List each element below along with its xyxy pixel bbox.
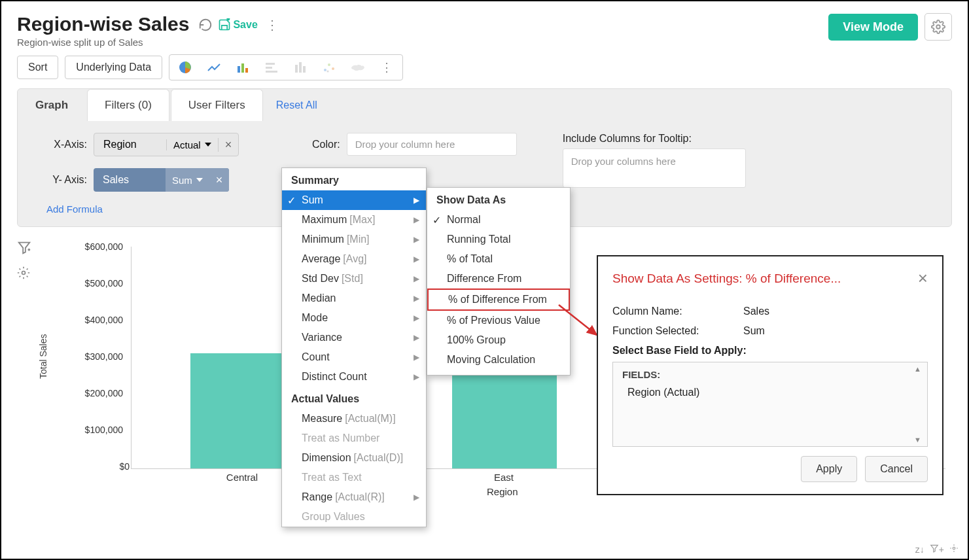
sort-button[interactable]: Sort (17, 56, 58, 79)
y-axis-pill[interactable]: Sales Sum × (94, 168, 229, 192)
chevron-down-icon (205, 143, 211, 147)
svg-rect-7 (266, 67, 272, 69)
y-pill-remove-icon[interactable]: × (209, 168, 230, 192)
settings-button[interactable] (925, 13, 952, 41)
filter-add-icon[interactable] (17, 240, 42, 257)
menu-item-pct-prev[interactable]: % of Previous Value (427, 311, 570, 330)
scroll-up-icon[interactable]: ▲ (914, 365, 925, 373)
footer-tools: z↓ + (915, 544, 959, 555)
save-label: Save (233, 19, 257, 31)
menu-item-moving-calc[interactable]: Moving Calculation (427, 350, 570, 370)
menu-item-sum[interactable]: ✓Sum▶ (282, 190, 426, 210)
more-options-icon[interactable]: ⋮ (263, 17, 281, 33)
tooltip-drop-area[interactable]: Drop your columns here (563, 149, 746, 188)
color-label: Color: (312, 139, 340, 150)
bar-central[interactable] (190, 353, 295, 468)
menu-item-pct-total[interactable]: % of Total (427, 249, 570, 269)
view-mode-button[interactable]: View Mode (828, 14, 918, 41)
sort-icon[interactable]: z↓ (915, 544, 925, 555)
select-base-field-label: Select Base Field to Apply: (612, 345, 928, 357)
y-pill-name: Sales (94, 174, 166, 186)
menu-item-mode[interactable]: Mode▶ (282, 308, 426, 328)
menu-header-show-data: Show Data As (427, 188, 570, 210)
save-button[interactable]: * Save (218, 18, 257, 31)
gear-small-icon[interactable] (949, 544, 959, 555)
tooltip-columns-label: Include Columns for Tooltip: (563, 133, 746, 145)
fields-listbox[interactable]: FIELDS: Region (Actual) ▲ ▼ (612, 362, 928, 447)
y-tick: $0 (58, 461, 130, 472)
y-axis-label: Y- Axis: (31, 174, 87, 186)
y-tick: $200,000 (58, 388, 123, 398)
menu-item-range[interactable]: Range[Actual(R)]▶ (282, 487, 426, 507)
svg-rect-4 (241, 63, 244, 73)
menu-item-avg[interactable]: Average[Avg]▶ (282, 249, 426, 269)
x-pill-remove-icon[interactable]: × (218, 138, 239, 152)
scroll-down-icon[interactable]: ▼ (914, 436, 925, 444)
chart-settings-icon[interactable] (17, 266, 42, 282)
x-axis-pill[interactable]: Region Actual × (94, 133, 239, 156)
menu-item-treat-number: Treat as Number (282, 429, 426, 448)
menu-header-summary: Summary (282, 168, 426, 190)
menu-item-group-values: Group Values (282, 507, 426, 527)
submenu-arrow-icon: ▶ (414, 274, 419, 283)
more-chart-types-icon[interactable]: ⋮ (372, 56, 401, 79)
dialog-title: Show Data As Settings: % of Difference..… (612, 271, 841, 286)
menu-item-max[interactable]: Maximum[Max]▶ (282, 210, 426, 230)
menu-item-pct-diff-from[interactable]: % of Difference From (427, 289, 570, 311)
svg-rect-8 (266, 71, 277, 73)
summary-context-menu: Summary ✓Sum▶ Maximum[Max]▶ Minimum[Min]… (281, 167, 427, 527)
submenu-arrow-icon: ▶ (414, 333, 419, 342)
tab-user-filters[interactable]: User Filters (171, 89, 263, 121)
y-axis-title: Total Sales (38, 334, 48, 379)
scatter-chart-icon[interactable] (315, 56, 344, 79)
underlying-data-button[interactable]: Underlying Data (65, 56, 162, 79)
refresh-icon[interactable] (198, 18, 213, 32)
field-item-region[interactable]: Region (Actual) (622, 384, 918, 401)
chevron-down-icon (196, 178, 203, 182)
y-tick: $100,000 (58, 425, 123, 435)
y-pill-agg-dropdown[interactable]: Sum (166, 168, 209, 192)
svg-point-13 (328, 63, 330, 66)
stacked-bar-icon[interactable] (286, 56, 315, 79)
hbar-chart-icon[interactable] (257, 56, 286, 79)
menu-item-measure[interactable]: Measure[Actual(M)] (282, 409, 426, 429)
dialog-close-icon[interactable]: × (918, 268, 928, 289)
tab-filters[interactable]: Filters (0) (87, 89, 169, 121)
menu-item-distinct-count[interactable]: Distinct Count▶ (282, 367, 426, 387)
menu-item-dimension[interactable]: Dimension[Actual(D)] (282, 448, 426, 468)
menu-item-count[interactable]: Count▶ (282, 347, 426, 367)
filter-icon[interactable]: + (930, 544, 944, 555)
bar-chart-icon[interactable] (228, 56, 257, 79)
function-label: Function Selected: (612, 325, 743, 337)
x-pill-agg-dropdown[interactable]: Actual (166, 139, 218, 150)
menu-item-100-group[interactable]: 100% Group (427, 330, 570, 350)
submenu-arrow-icon: ▶ (414, 215, 419, 224)
svg-rect-9 (295, 65, 298, 73)
menu-item-stddev[interactable]: Std Dev[Std]▶ (282, 269, 426, 289)
apply-button[interactable]: Apply (801, 456, 857, 482)
menu-item-median[interactable]: Median▶ (282, 289, 426, 308)
menu-item-diff-from[interactable]: Difference From (427, 269, 570, 289)
reset-all-link[interactable]: Reset All (276, 99, 317, 111)
menu-item-variance[interactable]: Variance▶ (282, 328, 426, 347)
check-icon: ✓ (432, 214, 441, 226)
svg-rect-5 (245, 68, 248, 73)
menu-item-running-total[interactable]: Running Total (427, 230, 570, 249)
submenu-arrow-icon: ▶ (414, 372, 419, 381)
column-name-value: Sales (743, 306, 769, 317)
map-chart-icon[interactable] (344, 56, 372, 79)
column-name-label: Column Name: (612, 306, 743, 317)
fields-header: FIELDS: (622, 369, 918, 380)
svg-rect-10 (299, 62, 302, 73)
show-data-settings-dialog: Show Data As Settings: % of Difference..… (597, 255, 943, 495)
menu-item-normal[interactable]: ✓Normal (427, 210, 570, 230)
submenu-arrow-icon: ▶ (414, 196, 419, 205)
line-chart-icon[interactable] (200, 56, 228, 79)
pie-chart-icon[interactable] (171, 56, 200, 79)
menu-item-min[interactable]: Minimum[Min]▶ (282, 230, 426, 249)
color-drop-area[interactable]: Drop your column here (347, 133, 517, 156)
tab-graph[interactable]: Graph (18, 89, 86, 121)
add-formula-link[interactable]: Add Formula (46, 203, 292, 215)
cancel-button[interactable]: Cancel (865, 456, 928, 482)
submenu-arrow-icon: ▶ (414, 235, 419, 244)
